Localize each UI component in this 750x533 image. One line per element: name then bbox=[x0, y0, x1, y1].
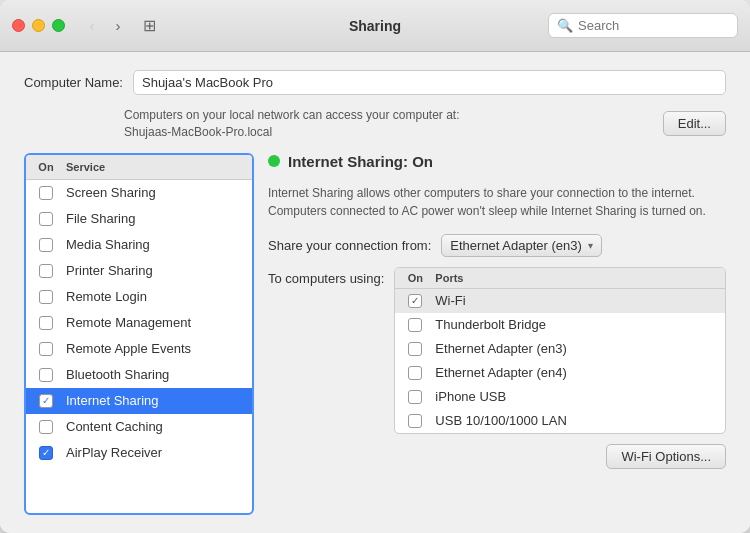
ports-header-ports: Ports bbox=[435, 272, 725, 284]
service-item[interactable]: Printer Sharing bbox=[26, 258, 252, 284]
service-checkbox[interactable] bbox=[26, 342, 66, 356]
service-checkbox[interactable]: ✓ bbox=[26, 446, 66, 460]
nav-buttons: ‹ › bbox=[81, 15, 129, 37]
computer-name-row: Computer Name: bbox=[24, 70, 726, 95]
checkbox-icon[interactable] bbox=[39, 264, 53, 278]
service-item[interactable]: Remote Apple Events bbox=[26, 336, 252, 362]
checkbox-icon[interactable] bbox=[39, 316, 53, 330]
ports-header-on: On bbox=[395, 272, 435, 284]
port-name: Wi-Fi bbox=[435, 293, 725, 308]
port-item[interactable]: USB 10/100/1000 LAN bbox=[395, 409, 725, 433]
wifi-options-row: Wi-Fi Options... bbox=[394, 444, 726, 469]
service-item[interactable]: Screen Sharing bbox=[26, 180, 252, 206]
port-checkbox[interactable]: ✓ bbox=[395, 294, 435, 308]
services-header-on: On bbox=[26, 159, 66, 175]
port-item[interactable]: Thunderbolt Bridge bbox=[395, 313, 725, 337]
service-checkbox[interactable] bbox=[26, 316, 66, 330]
share-from-dropdown[interactable]: Ethernet Adapter (en3) ▾ bbox=[441, 234, 602, 257]
window-title: Sharing bbox=[349, 18, 401, 34]
port-item[interactable]: Ethernet Adapter (en3) bbox=[395, 337, 725, 361]
services-header: On Service bbox=[26, 155, 252, 180]
services-list: On Service Screen SharingFile SharingMed… bbox=[24, 153, 254, 515]
port-checkbox[interactable] bbox=[395, 366, 435, 380]
checkbox-icon[interactable]: ✓ bbox=[39, 446, 53, 460]
port-item[interactable]: Ethernet Adapter (en4) bbox=[395, 361, 725, 385]
service-name: Screen Sharing bbox=[66, 185, 252, 200]
checkbox-icon[interactable] bbox=[39, 342, 53, 356]
service-item[interactable]: Media Sharing bbox=[26, 232, 252, 258]
search-input[interactable] bbox=[578, 18, 729, 33]
computer-name-label: Computer Name: bbox=[24, 75, 123, 90]
service-item[interactable]: Bluetooth Sharing bbox=[26, 362, 252, 388]
port-checkbox[interactable] bbox=[395, 414, 435, 428]
service-checkbox[interactable] bbox=[26, 420, 66, 434]
maximize-button[interactable] bbox=[52, 19, 65, 32]
service-item[interactable]: Remote Login bbox=[26, 284, 252, 310]
status-dot bbox=[268, 155, 280, 167]
chevron-down-icon: ▾ bbox=[588, 240, 593, 251]
service-name: Printer Sharing bbox=[66, 263, 252, 278]
port-name: Thunderbolt Bridge bbox=[435, 317, 725, 332]
grid-icon[interactable]: ⊞ bbox=[143, 16, 156, 35]
checkbox-icon[interactable] bbox=[39, 290, 53, 304]
service-item[interactable]: Content Caching bbox=[26, 414, 252, 440]
computers-using-label: To computers using: bbox=[268, 267, 384, 469]
edit-button[interactable]: Edit... bbox=[663, 111, 726, 136]
port-checkbox-icon[interactable] bbox=[408, 366, 422, 380]
service-name: AirPlay Receiver bbox=[66, 445, 252, 460]
port-checkbox[interactable] bbox=[395, 342, 435, 356]
search-box[interactable]: 🔍 bbox=[548, 13, 738, 38]
computer-name-input[interactable] bbox=[133, 70, 726, 95]
service-item[interactable]: ✓Internet Sharing bbox=[26, 388, 252, 414]
titlebar: ‹ › ⊞ Sharing 🔍 bbox=[0, 0, 750, 52]
status-title: Internet Sharing: On bbox=[288, 153, 433, 170]
port-checkbox[interactable] bbox=[395, 390, 435, 404]
service-item[interactable]: Remote Management bbox=[26, 310, 252, 336]
service-item[interactable]: ✓AirPlay Receiver bbox=[26, 440, 252, 466]
checkbox-icon[interactable]: ✓ bbox=[39, 394, 53, 408]
content-area: Computer Name: Computers on your local n… bbox=[0, 52, 750, 533]
service-item[interactable]: File Sharing bbox=[26, 206, 252, 232]
checkbox-icon[interactable] bbox=[39, 420, 53, 434]
checkbox-icon[interactable] bbox=[39, 368, 53, 382]
minimize-button[interactable] bbox=[32, 19, 45, 32]
close-button[interactable] bbox=[12, 19, 25, 32]
service-checkbox[interactable] bbox=[26, 186, 66, 200]
status-row: Internet Sharing: On bbox=[268, 153, 726, 170]
port-checkbox-icon[interactable] bbox=[408, 390, 422, 404]
search-icon: 🔍 bbox=[557, 18, 573, 33]
ports-container: ✓Wi-FiThunderbolt BridgeEthernet Adapter… bbox=[395, 289, 725, 433]
service-name: File Sharing bbox=[66, 211, 252, 226]
traffic-lights bbox=[12, 19, 65, 32]
port-item[interactable]: ✓Wi-Fi bbox=[395, 289, 725, 313]
local-address-text: Computers on your local network can acce… bbox=[124, 107, 459, 141]
description-text: Internet Sharing allows other computers … bbox=[268, 184, 726, 220]
right-panel: Internet Sharing: On Internet Sharing al… bbox=[268, 153, 726, 515]
service-name: Remote Apple Events bbox=[66, 341, 252, 356]
checkbox-icon[interactable] bbox=[39, 238, 53, 252]
back-button[interactable]: ‹ bbox=[81, 15, 103, 37]
port-item[interactable]: iPhone USB bbox=[395, 385, 725, 409]
services-container: Screen SharingFile SharingMedia SharingP… bbox=[26, 180, 252, 466]
checkbox-icon[interactable] bbox=[39, 186, 53, 200]
port-checkbox-icon[interactable]: ✓ bbox=[408, 294, 422, 308]
checkbox-icon[interactable] bbox=[39, 212, 53, 226]
service-checkbox[interactable] bbox=[26, 238, 66, 252]
port-checkbox[interactable] bbox=[395, 318, 435, 332]
service-checkbox[interactable] bbox=[26, 264, 66, 278]
service-checkbox[interactable] bbox=[26, 290, 66, 304]
port-checkbox-icon[interactable] bbox=[408, 414, 422, 428]
service-checkbox[interactable]: ✓ bbox=[26, 394, 66, 408]
service-checkbox[interactable] bbox=[26, 368, 66, 382]
port-name: Ethernet Adapter (en3) bbox=[435, 341, 725, 356]
service-name: Remote Login bbox=[66, 289, 252, 304]
service-name: Remote Management bbox=[66, 315, 252, 330]
port-checkbox-icon[interactable] bbox=[408, 342, 422, 356]
port-name: Ethernet Adapter (en4) bbox=[435, 365, 725, 380]
port-checkbox-icon[interactable] bbox=[408, 318, 422, 332]
port-name: USB 10/100/1000 LAN bbox=[435, 413, 725, 428]
wifi-options-button[interactable]: Wi-Fi Options... bbox=[606, 444, 726, 469]
service-checkbox[interactable] bbox=[26, 212, 66, 226]
share-connection-row: Share your connection from: Ethernet Ada… bbox=[268, 234, 726, 257]
forward-button[interactable]: › bbox=[107, 15, 129, 37]
